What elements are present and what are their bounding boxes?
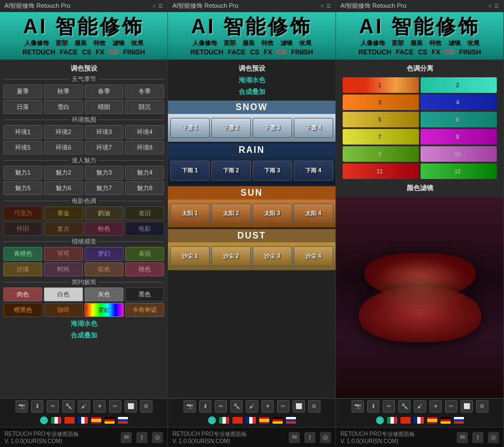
tool-brush-3[interactable]: 🖌: [414, 400, 426, 413]
btn-sunset[interactable]: 日落: [3, 100, 42, 114]
footer-email-1[interactable]: ✉: [121, 432, 132, 443]
btn-charm8[interactable]: 魅力8: [125, 181, 164, 195]
swatch-7[interactable]: 7: [343, 129, 419, 145]
menu-icon-2[interactable]: ☰: [326, 3, 331, 9]
flag-fr-2[interactable]: [246, 417, 256, 424]
tool-wrench-3[interactable]: 🔧: [398, 400, 411, 413]
footer-email-2[interactable]: ✉: [289, 432, 300, 443]
swatch-8[interactable]: 8: [421, 129, 497, 145]
btn-sunny[interactable]: 晴朗: [85, 100, 123, 114]
expand-icon-3[interactable]: »: [488, 3, 492, 9]
flag-es-2[interactable]: [259, 417, 269, 424]
flag-ru-1[interactable]: [118, 417, 128, 424]
swatch-11[interactable]: 11: [343, 163, 419, 179]
dust-btn-1[interactable]: 沙尘 1: [170, 246, 210, 266]
btn-movie[interactable]: 电影: [125, 222, 164, 236]
swatch-4[interactable]: 4: [421, 95, 497, 110]
footer-ig-3[interactable]: ◎: [488, 432, 499, 443]
composite-title[interactable]: 合成叠加: [3, 331, 164, 340]
btn-orange-black[interactable]: 橙黑色: [3, 303, 42, 317]
tool-brush[interactable]: 🖌: [78, 400, 90, 413]
flag-ru-3[interactable]: [454, 417, 464, 424]
snow-btn-1[interactable]: 下雪 1: [170, 118, 210, 138]
swatch-1[interactable]: 1: [343, 77, 419, 93]
btn-fashion[interactable]: 时尚: [44, 262, 83, 276]
tool-pencil[interactable]: ✏: [47, 400, 59, 413]
sea-color-title[interactable]: 海湖水色: [3, 319, 164, 329]
flag-teal-1[interactable]: [40, 416, 48, 424]
btn-autumn[interactable]: 秋季: [44, 85, 83, 98]
btn-camel[interactable]: 驼色: [85, 262, 123, 276]
tool-settings-3[interactable]: ⚙: [476, 400, 488, 413]
flag-de-3[interactable]: [441, 417, 451, 424]
btn-chocolate[interactable]: 巧克力: [3, 206, 42, 220]
btn-charm3[interactable]: 魅力3: [85, 166, 123, 180]
sun-btn-2[interactable]: 太阳 2: [211, 203, 251, 224]
footer-email-3[interactable]: ✉: [457, 432, 468, 443]
rain-btn-1[interactable]: 下雨 1: [170, 161, 210, 181]
flag-es-1[interactable]: [91, 417, 101, 424]
btn-thailand[interactable]: 泰国: [125, 247, 164, 261]
btn-vintage[interactable]: 复古: [44, 222, 83, 236]
tool-download[interactable]: ⬇: [31, 400, 43, 413]
swatch-10[interactable]: 10: [421, 146, 497, 162]
tool-eraser[interactable]: ✦: [93, 400, 106, 413]
tool-wrench[interactable]: 🔧: [62, 400, 75, 413]
tool-download-3[interactable]: ⬇: [367, 400, 379, 413]
tool-camera[interactable]: 📷: [16, 400, 28, 413]
dust-btn-3[interactable]: 沙尘 3: [253, 246, 292, 266]
btn-overcast[interactable]: 阴沉: [125, 100, 164, 114]
tool-camera-3[interactable]: 📷: [352, 400, 364, 413]
btn-env3[interactable]: 环境3: [85, 125, 123, 139]
sun-btn-4[interactable]: 太阳 4: [294, 203, 333, 224]
btn-dream[interactable]: 梦幻: [85, 247, 123, 261]
tool-wrench-2[interactable]: 🔧: [230, 400, 243, 413]
expand-icon-2[interactable]: »: [320, 3, 324, 9]
footer-fb-3[interactable]: f: [472, 432, 483, 443]
btn-pink[interactable]: 粉色: [85, 222, 123, 236]
tool-rect-2[interactable]: ⬜: [293, 400, 305, 413]
flag-teal-3[interactable]: [376, 416, 384, 424]
flag-fr-1[interactable]: [78, 417, 88, 424]
swatch-3[interactable]: 3: [343, 95, 419, 110]
btn-winter[interactable]: 冬季: [125, 85, 164, 98]
swatch-2[interactable]: 2: [421, 77, 497, 93]
btn-rainbow[interactable]: 霓虹: [85, 303, 123, 317]
footer-ig-1[interactable]: ◎: [152, 432, 163, 443]
btn-coffee[interactable]: 咖啡: [44, 303, 83, 317]
sun-btn-3[interactable]: 太阳 3: [253, 203, 292, 224]
footer-ig-2[interactable]: ◎: [320, 432, 331, 443]
btn-env1[interactable]: 环境1: [3, 125, 42, 139]
btn-env4[interactable]: 环境4: [125, 125, 164, 139]
btn-nostalgic[interactable]: 怀旧: [3, 222, 42, 236]
flag-cn-3[interactable]: [401, 417, 411, 424]
btn-env8[interactable]: 环境8: [125, 141, 164, 155]
flag-teal-2[interactable]: [208, 416, 216, 424]
tool-camera-2[interactable]: 📷: [184, 400, 196, 413]
tool-rect-3[interactable]: ⬜: [461, 400, 473, 413]
btn-teal-orange[interactable]: 青橙色: [3, 247, 42, 261]
flag-de-2[interactable]: [273, 417, 283, 424]
btn-charm5[interactable]: 魅力5: [3, 181, 42, 195]
flag-ru-2[interactable]: [286, 417, 296, 424]
swatch-6[interactable]: 6: [421, 112, 497, 127]
flag-it-3[interactable]: [387, 417, 397, 424]
btn-skin[interactable]: 肉色: [3, 287, 42, 301]
snow-btn-4[interactable]: 下雪 4: [294, 118, 333, 138]
tool-download-2[interactable]: ⬇: [199, 400, 211, 413]
expand-icon-1[interactable]: »: [152, 3, 156, 9]
tool-eraser-3[interactable]: ✦: [429, 400, 442, 413]
btn-coco[interactable]: 可可: [44, 247, 83, 261]
menu-icon-1[interactable]: ☰: [158, 3, 163, 9]
btn-gold[interactable]: 黄金: [44, 206, 83, 220]
flag-it-2[interactable]: [219, 417, 229, 424]
btn-white-btn[interactable]: 白色: [44, 287, 83, 301]
flag-fr-3[interactable]: [414, 417, 424, 424]
btn-charm1[interactable]: 魅力1: [3, 166, 42, 180]
btn-env2[interactable]: 环境2: [44, 125, 83, 139]
snow-btn-2[interactable]: 下雪 2: [211, 118, 251, 138]
swatch-5[interactable]: 5: [343, 112, 419, 127]
tool-crop[interactable]: ✂: [109, 400, 121, 413]
flag-cn-2[interactable]: [233, 417, 243, 424]
flag-cn-1[interactable]: [65, 417, 75, 424]
